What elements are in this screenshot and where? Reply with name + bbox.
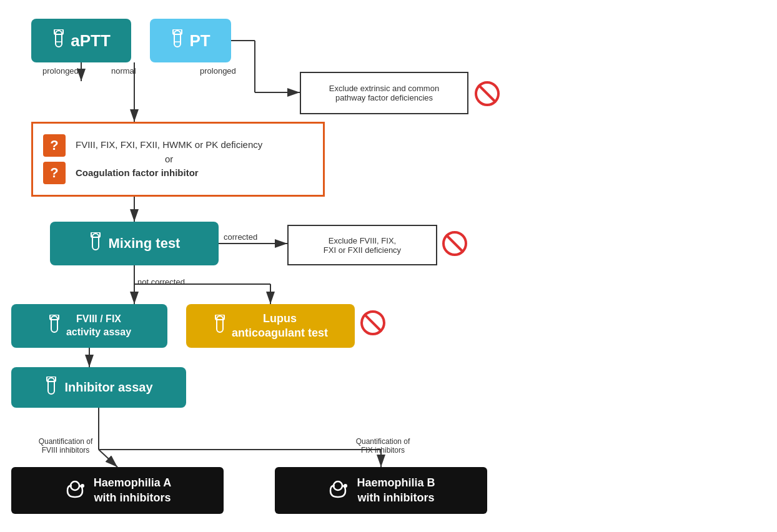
inhibitor-label: Inhibitor assay: [64, 380, 152, 395]
activity-label: FVIII / FIXactivity assay: [66, 313, 131, 339]
prolonged-label-pt: prolonged: [200, 66, 236, 76]
svg-rect-19: [174, 31, 181, 47]
exclude-mid-text: Exclude FVIII, FIX,FXI or FXII deficienc…: [324, 236, 401, 255]
corrected-label: corrected: [224, 232, 257, 242]
svg-rect-30: [217, 316, 223, 332]
stethoscope-icon-b: [327, 480, 349, 502]
tube-icon-activity: [47, 315, 61, 337]
svg-point-36: [71, 481, 79, 490]
svg-rect-34: [48, 378, 54, 394]
svg-line-23: [478, 85, 496, 102]
no-symbol-top: [473, 80, 501, 107]
exclude-box-mid: Exclude FVIII, FIX,FXI or FXII deficienc…: [287, 225, 437, 265]
tube-icon-mixing: [89, 232, 102, 255]
question-line1: FVIII, FIX, FXI, FXII, HWMK or PK defici…: [76, 139, 262, 150]
diagram: aPTT PT prolonged normal prolonged Exclu…: [0, 0, 777, 532]
svg-point-37: [81, 484, 84, 488]
aptt-box: aPTT: [31, 19, 131, 62]
svg-point-38: [69, 485, 72, 487]
question-line2: or: [76, 152, 262, 167]
svg-line-33: [364, 314, 382, 332]
activity-assay-box: FVIII / FIXactivity assay: [11, 304, 167, 348]
prolonged-label-aptt: prolonged: [42, 66, 79, 76]
quant-fviii-label: Quantification ofFVIII inhibitors: [25, 437, 106, 455]
no-symbol-mid: [441, 230, 468, 257]
no-symbol-lupus: [359, 309, 387, 337]
exclude-box-top: Exclude extrinsic and commonpathway fact…: [300, 72, 468, 114]
haemo-a-label: Haemophilia Awith inhibitors: [94, 476, 171, 505]
question-marks: ? ?: [43, 134, 66, 184]
mixing-label: Mixing test: [109, 235, 181, 252]
not-corrected-label: not corrected: [137, 277, 185, 287]
exclude-top-text: Exclude extrinsic and commonpathway fact…: [329, 84, 439, 102]
tube-icon-lupus: [213, 315, 227, 337]
pt-label: PT: [189, 31, 210, 51]
question-line3: Coagulation factor inhibitor: [76, 167, 199, 178]
svg-point-41: [332, 485, 335, 487]
haemophilia-b-box: Haemophilia Bwith inhibitors: [275, 467, 487, 514]
inhibitor-assay-box: Inhibitor assay: [11, 367, 186, 408]
q-mark-1: ?: [43, 134, 66, 157]
svg-point-39: [334, 481, 342, 490]
mixing-test-box: Mixing test: [50, 222, 219, 265]
pt-box: PT: [150, 19, 231, 62]
stethoscope-icon-a: [64, 480, 86, 502]
svg-rect-16: [56, 31, 62, 47]
lupus-box: Lupusanticoagulant test: [186, 304, 355, 348]
question-text: FVIII, FIX, FXI, FXII, HWMK or PK defici…: [76, 138, 262, 180]
svg-rect-24: [92, 234, 99, 250]
haemo-b-label: Haemophilia Bwith inhibitors: [357, 476, 435, 505]
haemophilia-a-box: Haemophilia Awith inhibitors: [11, 467, 224, 514]
lupus-label: Lupusanticoagulant test: [232, 312, 328, 341]
q-mark-2: ?: [43, 162, 66, 184]
svg-line-27: [446, 235, 463, 252]
svg-point-40: [344, 484, 347, 488]
aptt-label: aPTT: [71, 31, 111, 51]
tube-icon-inhibitor: [44, 377, 58, 399]
question-box: ? ? FVIII, FIX, FXI, FXII, HWMK or PK de…: [31, 122, 325, 197]
quant-fix-label: Quantification ofFIX inhibitors: [342, 437, 423, 455]
normal-label: normal: [111, 66, 136, 76]
tube-icon-pt: [171, 29, 184, 52]
tube-icon-aptt: [52, 29, 66, 52]
svg-rect-28: [51, 316, 57, 332]
